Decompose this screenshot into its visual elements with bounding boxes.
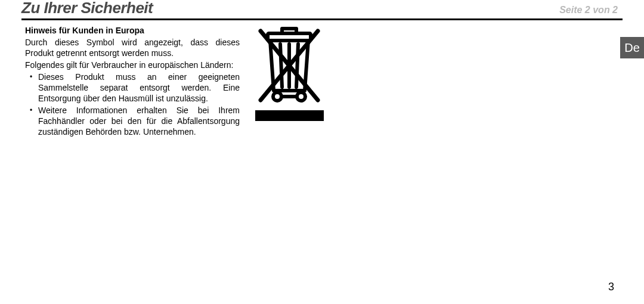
page-title: Zu Ihrer Sicherheit bbox=[21, 0, 153, 17]
svg-line-1 bbox=[280, 44, 282, 87]
title-rule bbox=[21, 18, 623, 20]
icon-column bbox=[250, 25, 328, 121]
content-area: Hinweis für Kunden in Europa Durch diese… bbox=[0, 20, 644, 138]
page-indicator: Seite 2 von 2 bbox=[559, 5, 623, 15]
weee-bar-icon bbox=[255, 110, 324, 121]
list-item: Dieses Produkt muss an einer geeigneten … bbox=[32, 72, 240, 104]
text-column: Hinweis für Kunden in Europa Durch diese… bbox=[25, 25, 240, 138]
language-tab: De bbox=[620, 37, 644, 58]
weee-crossed-bin-icon bbox=[253, 26, 325, 107]
bullet-list: Dieses Produkt muss an einer geeigneten … bbox=[25, 72, 240, 137]
title-bar: Zu Ihrer Sicherheit Seite 2 von 2 bbox=[0, 0, 644, 20]
section-heading: Hinweis für Kunden in Europa bbox=[25, 25, 240, 36]
page-number: 3 bbox=[608, 281, 614, 293]
list-item: Weitere Informationen erhalten Sie bei I… bbox=[32, 105, 240, 137]
paragraph: Folgendes gilt für Verbraucher in europä… bbox=[25, 60, 240, 70]
paragraph: Durch dieses Symbol wird angezeigt, dass… bbox=[25, 37, 240, 58]
svg-line-3 bbox=[296, 44, 298, 87]
